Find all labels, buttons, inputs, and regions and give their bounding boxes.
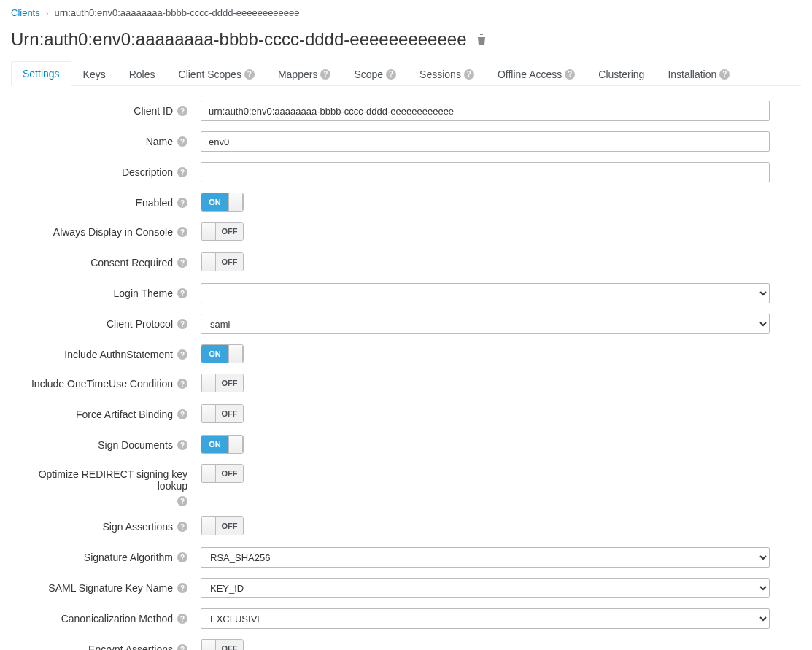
sign-assertions-label: Sign Assertions	[103, 521, 174, 533]
settings-form: Client ID? Name? Description? Enabled? O…	[11, 101, 801, 650]
description-input[interactable]	[201, 162, 770, 182]
help-icon[interactable]: ?	[177, 614, 187, 624]
always-display-label: Always Display in Console	[53, 226, 173, 238]
sign-documents-label: Sign Documents	[98, 439, 173, 451]
client-protocol-select[interactable]: saml	[201, 314, 770, 334]
help-icon[interactable]: ?	[177, 644, 187, 650]
help-icon[interactable]: ?	[464, 69, 474, 80]
tab-roles[interactable]: Roles	[117, 61, 167, 86]
client-protocol-label: Client Protocol	[107, 318, 173, 330]
canonicalization-select[interactable]: EXCLUSIVE	[201, 608, 770, 629]
help-icon[interactable]: ?	[177, 198, 187, 208]
help-icon[interactable]: ?	[177, 522, 187, 532]
sign-documents-toggle[interactable]: ON	[201, 435, 244, 454]
tab-client-scopes[interactable]: Client Scopes?	[167, 61, 266, 86]
consent-required-label: Consent Required	[90, 257, 173, 268]
help-icon[interactable]: ?	[177, 106, 187, 116]
description-label: Description	[122, 166, 173, 178]
tab-installation[interactable]: Installation?	[656, 61, 741, 86]
help-icon[interactable]: ?	[177, 583, 187, 593]
help-icon[interactable]: ?	[565, 69, 575, 80]
tabs: Settings Keys Roles Client Scopes? Mappe…	[11, 61, 801, 86]
login-theme-label: Login Theme	[114, 287, 173, 299]
page-header: Urn:auth0:env0:aaaaaaaa-bbbb-cccc-dddd-e…	[11, 29, 801, 50]
encrypt-assertions-label: Encrypt Assertions	[88, 643, 173, 650]
help-icon[interactable]: ?	[386, 69, 396, 80]
help-icon[interactable]: ?	[177, 288, 187, 298]
include-authn-label: Include AuthnStatement	[64, 349, 173, 360]
encrypt-assertions-toggle[interactable]: OFF	[201, 639, 244, 650]
help-icon[interactable]: ?	[719, 69, 730, 80]
help-icon[interactable]: ?	[177, 258, 187, 268]
tab-sessions[interactable]: Sessions?	[408, 61, 486, 86]
breadcrumb: Clients › urn:auth0:env0:aaaaaaaa-bbbb-c…	[11, 7, 801, 18]
optimize-redirect-toggle[interactable]: OFF	[201, 464, 244, 483]
tab-settings[interactable]: Settings	[11, 61, 71, 86]
canonicalization-label: Canonicalization Method	[61, 613, 173, 624]
help-icon[interactable]: ?	[177, 379, 187, 389]
signature-algorithm-select[interactable]: RSA_SHA256	[201, 547, 770, 568]
always-display-toggle[interactable]: OFF	[201, 222, 244, 241]
enabled-toggle[interactable]: ON	[201, 193, 244, 212]
tab-clustering[interactable]: Clustering	[587, 61, 656, 86]
tab-scope[interactable]: Scope?	[342, 61, 408, 86]
signature-algorithm-label: Signature Algorithm	[84, 552, 173, 563]
login-theme-select[interactable]	[201, 283, 770, 303]
include-onetime-label: Include OneTimeUse Condition	[31, 378, 173, 390]
page-title: Urn:auth0:env0:aaaaaaaa-bbbb-cccc-dddd-e…	[11, 29, 466, 50]
tab-offline-access[interactable]: Offline Access?	[486, 61, 587, 86]
help-icon[interactable]: ?	[244, 69, 255, 80]
name-label: Name	[146, 136, 173, 147]
help-icon[interactable]: ?	[177, 319, 187, 329]
name-input[interactable]	[201, 131, 770, 152]
help-icon[interactable]: ?	[177, 496, 187, 506]
tab-keys[interactable]: Keys	[71, 61, 117, 86]
help-icon[interactable]: ?	[320, 69, 330, 80]
saml-sig-key-name-label: SAML Signature Key Name	[48, 582, 173, 594]
breadcrumb-root-link[interactable]: Clients	[11, 7, 40, 18]
breadcrumb-separator: ›	[46, 9, 49, 18]
help-icon[interactable]: ?	[177, 349, 187, 360]
client-id-label: Client ID	[134, 105, 173, 117]
trash-icon[interactable]	[476, 34, 487, 45]
client-id-input[interactable]	[201, 101, 770, 121]
enabled-label: Enabled	[136, 197, 173, 209]
sign-assertions-toggle[interactable]: OFF	[201, 516, 244, 535]
help-icon[interactable]: ?	[177, 409, 187, 419]
help-icon[interactable]: ?	[177, 136, 187, 147]
include-authn-toggle[interactable]: ON	[201, 344, 244, 363]
force-artifact-toggle[interactable]: OFF	[201, 404, 244, 423]
consent-required-toggle[interactable]: OFF	[201, 252, 244, 271]
saml-sig-key-name-select[interactable]: KEY_ID	[201, 578, 770, 598]
tab-mappers[interactable]: Mappers?	[266, 61, 342, 86]
breadcrumb-current: urn:auth0:env0:aaaaaaaa-bbbb-cccc-dddd-e…	[54, 7, 299, 18]
optimize-redirect-label: Optimize REDIRECT signing key lookup	[11, 468, 187, 492]
help-icon[interactable]: ?	[177, 227, 187, 237]
help-icon[interactable]: ?	[177, 167, 187, 177]
help-icon[interactable]: ?	[177, 552, 187, 562]
include-onetime-toggle[interactable]: OFF	[201, 374, 244, 392]
force-artifact-label: Force Artifact Binding	[76, 409, 173, 420]
help-icon[interactable]: ?	[177, 440, 187, 450]
